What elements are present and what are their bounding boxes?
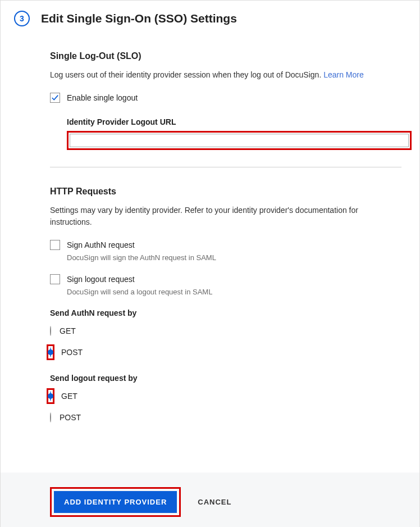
send-logout-get-radio[interactable] <box>50 391 51 401</box>
send-logout-get-highlight <box>47 388 54 404</box>
sign-authn-checkbox[interactable] <box>50 240 60 250</box>
send-logout-post-label: POST <box>60 413 81 422</box>
section-divider <box>50 167 401 167</box>
send-authn-title: Send AuthN request by <box>50 308 401 317</box>
sign-authn-hint: DocuSign will sign the AuthN request in … <box>67 253 401 262</box>
send-authn-post-highlight <box>47 344 54 360</box>
logout-url-input[interactable] <box>70 134 409 147</box>
http-heading: HTTP Requests <box>50 187 401 197</box>
footer-bar: ADD IDENTITY PROVIDER CANCEL <box>1 473 419 527</box>
sign-logout-label: Sign logout request <box>67 275 135 284</box>
add-identity-provider-button[interactable]: ADD IDENTITY PROVIDER <box>54 491 177 513</box>
check-icon <box>51 94 59 102</box>
add-idp-highlight: ADD IDENTITY PROVIDER <box>50 487 181 517</box>
step-badge: 3 <box>14 11 30 26</box>
send-logout-post-radio[interactable] <box>50 412 51 422</box>
logout-url-label: Identity Provider Logout URL <box>67 117 401 126</box>
send-authn-post-radio[interactable] <box>50 347 51 357</box>
slo-heading: Single Log-Out (SLO) <box>50 51 401 61</box>
sign-logout-hint: DocuSign will send a logout request in S… <box>67 288 401 296</box>
page-title: Edit Single Sign-On (SSO) Settings <box>41 12 237 25</box>
send-logout-title: Send logout request by <box>50 374 401 383</box>
learn-more-link[interactable]: Learn More <box>323 70 364 79</box>
step-number: 3 <box>20 14 24 23</box>
send-authn-get-label: GET <box>60 326 76 335</box>
enable-slo-checkbox[interactable] <box>50 93 60 103</box>
slo-description: Log users out of their identity provider… <box>50 69 401 80</box>
enable-slo-label: Enable single logout <box>67 93 138 102</box>
http-description: Settings may vary by identity provider. … <box>50 205 401 228</box>
send-authn-post-label: POST <box>61 348 83 357</box>
cancel-button[interactable]: CANCEL <box>194 497 235 507</box>
send-authn-get-radio[interactable] <box>50 326 51 336</box>
send-logout-get-label: GET <box>61 392 77 401</box>
sign-logout-checkbox[interactable] <box>50 274 60 284</box>
sign-authn-label: Sign AuthN request <box>67 240 135 249</box>
page-header: 3 Edit Single Sign-On (SSO) Settings <box>14 11 408 26</box>
logout-url-highlight <box>67 131 412 150</box>
